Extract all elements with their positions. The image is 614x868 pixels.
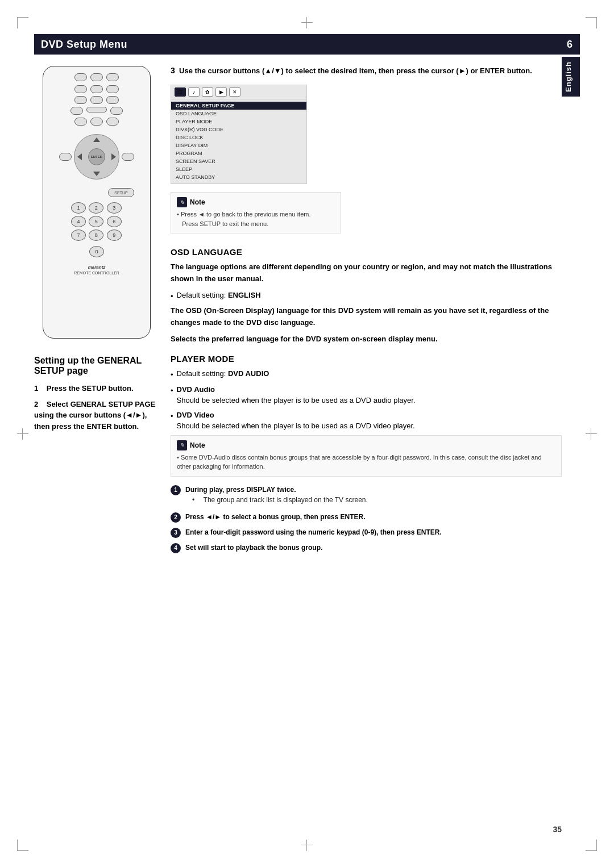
remote-control-image: ENTER SETUP 1 2 3 4 5 6 7 8 9 xyxy=(43,66,151,339)
remote-dpad: ENTER xyxy=(74,134,119,180)
step-circle-3: 3 xyxy=(171,528,181,538)
step-circle-2: 2 xyxy=(171,512,181,523)
setup-section: Setting up the GENERAL SETUP page 1 Pres… xyxy=(34,356,159,436)
remote-btn xyxy=(106,118,119,126)
note-text-2: • Some DVD-Audio discs contain bonus gro… xyxy=(177,453,555,471)
corner-mark-bl xyxy=(17,840,28,851)
osd-default-setting: • Default setting: ENGLISH xyxy=(171,290,562,302)
dpad-left-icon xyxy=(77,153,82,160)
remote-btn xyxy=(90,96,103,104)
right-column: 3 Use the cursor buttons (▲/▼) to select… xyxy=(171,55,562,834)
note-header-1: ✎ Note xyxy=(177,197,335,207)
main-content: ENTER SETUP 1 2 3 4 5 6 7 8 9 xyxy=(34,55,562,834)
note-header-2: ✎ Note xyxy=(177,440,555,450)
remote-btn xyxy=(74,96,87,104)
menu-item-divx-vod: DIVX(R) VOD CODE xyxy=(171,126,306,133)
osd-language-body2: The OSD (On-Screen Display) language for… xyxy=(171,305,562,329)
remote-brand: marantz REMOTE CONTROLLER xyxy=(74,265,119,276)
left-column: ENTER SETUP 1 2 3 4 5 6 7 8 9 xyxy=(34,55,159,834)
menu-icon-playback: ▶ xyxy=(215,87,227,97)
remote-btn xyxy=(106,73,119,81)
player-mode-default: • Default setting: DVD AUDIO xyxy=(171,368,562,381)
note-box-1: ✎ Note • Press ◄ to go back to the previ… xyxy=(171,192,341,233)
num-btn-4: 4 xyxy=(71,216,86,227)
bonus-step-1: 1 During play, press DISPLAY twice. • Th… xyxy=(171,485,562,507)
osd-language-body3: Selects the preferred language for the D… xyxy=(171,333,562,345)
dpad-down-icon xyxy=(93,172,100,176)
num-btn-6: 6 xyxy=(107,216,122,227)
menu-icon-close: ✕ xyxy=(229,87,240,97)
menu-item-display-dim: DISPLAY DIM xyxy=(171,141,306,149)
note-bullet-icon: • xyxy=(177,211,179,218)
remote-btn xyxy=(106,96,119,104)
cross-top xyxy=(301,17,313,28)
zero-row: 0 xyxy=(71,246,122,257)
menu-icons-row: □ ♪ ✿ ▶ ✕ xyxy=(171,85,306,99)
dpad-right-icon xyxy=(111,153,116,160)
dpad-up-icon xyxy=(93,137,100,142)
player-mode-heading: PLAYER MODE xyxy=(171,354,562,364)
cross-bottom xyxy=(301,840,313,851)
osd-language-heading: OSD LANGUAGE xyxy=(171,247,562,257)
menu-item-auto-standby: AUTO STANDBY xyxy=(171,173,306,181)
menu-items-list: GENERAL SETUP PAGE OSD LANGUAGE PLAYER M… xyxy=(171,99,306,183)
page-number: 6 xyxy=(559,34,580,55)
menu-item-general-setup: GENERAL SETUP PAGE xyxy=(171,102,306,110)
osd-language-body1: The language options are different depen… xyxy=(171,261,562,285)
remote-row-2 xyxy=(74,85,119,93)
dvd-video-item: • DVD Video Should be selected when the … xyxy=(171,410,562,432)
setup-step-2: 2 Select GENERAL SETUP PAGE using the cu… xyxy=(34,399,159,432)
note-bullet-icon-2: • xyxy=(177,454,179,461)
remote-btn xyxy=(106,85,119,93)
remote-btn-right-side xyxy=(122,153,134,161)
remote-btn-wide xyxy=(86,107,107,112)
menu-icon-general: □ xyxy=(175,87,186,97)
corner-mark-tr xyxy=(586,17,597,28)
num-btn-7: 7 xyxy=(71,229,86,241)
remote-numpad: 1 2 3 4 5 6 7 8 9 xyxy=(71,202,122,241)
corner-mark-br xyxy=(586,840,597,851)
remote-row-5 xyxy=(74,118,119,126)
cross-left xyxy=(17,428,28,440)
remote-btn xyxy=(90,85,103,93)
remote-btn-left-side xyxy=(59,153,72,161)
note-icon-2: ✎ xyxy=(177,440,187,450)
setup-row: SETUP xyxy=(49,188,144,197)
language-tab: English xyxy=(562,57,580,97)
remote-btn xyxy=(74,73,87,81)
bottom-page-number: 35 xyxy=(553,825,562,834)
step-circle-4: 4 xyxy=(171,543,181,553)
step3-instruction: 3 Use the cursor buttons (▲/▼) to select… xyxy=(171,65,562,77)
menu-item-program: PROGRAM xyxy=(171,149,306,157)
note-text-1b: Press SETUP to exit the menu. xyxy=(177,219,335,229)
note-title-2: Note xyxy=(190,441,205,449)
note-icon-1: ✎ xyxy=(177,197,187,207)
menu-icon-audio: ♪ xyxy=(188,87,200,97)
num-btn-5: 5 xyxy=(89,216,103,227)
menu-item-disc-lock: DISC LOCK xyxy=(171,133,306,141)
num-btn-1: 1 xyxy=(71,202,86,214)
bonus-step-1-sub: • The group and track list is displayed … xyxy=(185,495,368,505)
num-btn-3: 3 xyxy=(107,202,122,214)
menu-item-player-mode: PLAYER MODE xyxy=(171,118,306,126)
remote-btn xyxy=(70,107,83,115)
dpad-enter-button: ENTER xyxy=(88,148,105,165)
dpad-row: ENTER xyxy=(59,131,134,183)
num-btn-0: 0 xyxy=(89,246,104,257)
note-title-1: Note xyxy=(190,198,205,206)
menu-icon-video: ✿ xyxy=(202,87,213,97)
bonus-step-2: 2 Press ◄/► to select a bonus group, the… xyxy=(171,512,562,523)
note-text-1a: • Press ◄ to go back to the previous men… xyxy=(177,210,335,219)
corner-mark-tl xyxy=(17,17,28,28)
menu-item-sleep: SLEEP xyxy=(171,165,306,173)
header-bar: DVD Setup Menu xyxy=(34,34,580,55)
num-btn-2: 2 xyxy=(89,202,103,214)
remote-row-3 xyxy=(74,96,119,104)
note-box-2: ✎ Note • Some DVD-Audio discs contain bo… xyxy=(171,435,562,477)
remote-row-1 xyxy=(74,73,119,81)
remote-btn xyxy=(74,118,87,126)
bonus-step-3: 3 Enter a four-digit password using the … xyxy=(171,527,562,538)
cross-right xyxy=(586,428,597,440)
menu-item-screen-saver: SCREEN SAVER xyxy=(171,157,306,165)
remote-btn xyxy=(90,73,103,81)
